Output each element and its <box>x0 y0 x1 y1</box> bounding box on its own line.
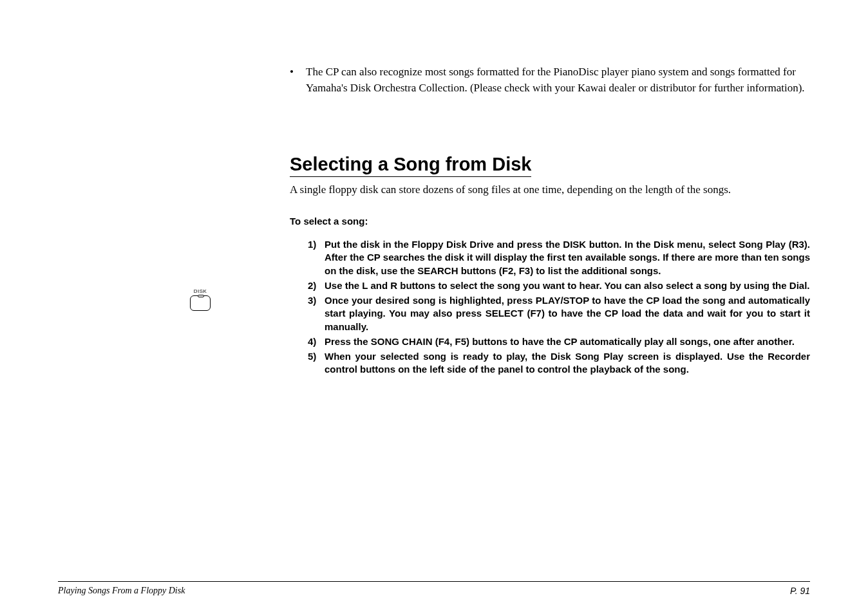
instruction-title: To select a song: <box>290 216 810 227</box>
step-number: 1) <box>308 238 325 277</box>
step-text: Once your desired song is highlighted, p… <box>325 294 810 333</box>
step-number: 5) <box>308 350 325 377</box>
step-item: 2) Use the L and R buttons to select the… <box>308 279 810 292</box>
disk-button-icon <box>190 295 211 311</box>
intro-bullet: • The CP can also recognize most songs f… <box>290 64 810 96</box>
steps-list: 1) Put the disk in the Floppy Disk Drive… <box>308 238 810 377</box>
step-item: 5) When your selected song is ready to p… <box>308 350 810 377</box>
step-text: When your selected song is ready to play… <box>325 350 810 377</box>
section-heading-container: Selecting a Song from Disk <box>290 154 810 182</box>
section-heading: Selecting a Song from Disk <box>290 154 531 177</box>
bullet-marker: • <box>290 64 306 96</box>
step-item: 4) Press the SONG CHAIN (F4, F5) buttons… <box>308 335 810 348</box>
section-description: A single floppy disk can store dozens of… <box>290 182 810 198</box>
step-text: Put the disk in the Floppy Disk Drive an… <box>325 238 810 277</box>
page-footer: Playing Songs From a Floppy Disk P. 91 <box>58 581 810 596</box>
intro-text: The CP can also recognize most songs for… <box>306 64 810 96</box>
step-number: 2) <box>308 279 325 292</box>
step-text: Press the SONG CHAIN (F4, F5) buttons to… <box>325 335 810 348</box>
content-area: • The CP can also recognize most songs f… <box>290 64 810 377</box>
step-number: 3) <box>308 294 325 333</box>
disk-led-indicator <box>198 295 204 297</box>
step-item: 1) Put the disk in the Floppy Disk Drive… <box>308 238 810 277</box>
disk-icon-label: DISK <box>190 288 211 294</box>
document-page: DISK • The CP can also recognize most so… <box>0 0 868 614</box>
step-text: Use the L and R buttons to select the so… <box>325 279 810 292</box>
footer-page-number: P. 91 <box>790 586 810 596</box>
disk-button-illustration: DISK <box>190 288 211 311</box>
step-item: 3) Once your desired song is highlighted… <box>308 294 810 333</box>
step-number: 4) <box>308 335 325 348</box>
footer-chapter-title: Playing Songs From a Floppy Disk <box>58 586 185 596</box>
